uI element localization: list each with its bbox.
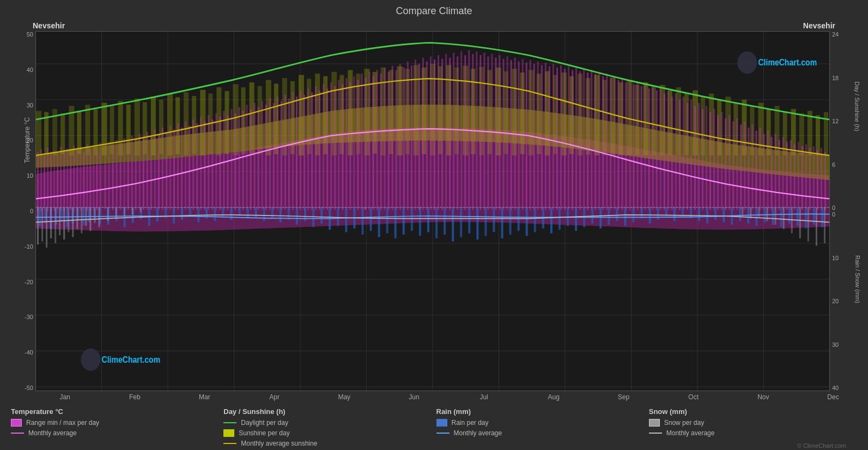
svg-rect-149 (143, 138, 144, 210)
svg-rect-312 (767, 131, 769, 210)
svg-rect-142 (116, 140, 118, 210)
svg-rect-294 (698, 103, 700, 209)
svg-rect-145 (128, 142, 129, 210)
svg-rect-409 (673, 207, 676, 221)
svg-rect-129 (70, 153, 71, 209)
tick-30: 30 (27, 102, 33, 109)
location-labels: Nevsehir Nevsehir (0, 21, 868, 31)
svg-rect-322 (805, 144, 807, 209)
svg-rect-457 (799, 207, 801, 238)
svg-rect-184 (277, 97, 278, 210)
svg-rect-296 (706, 106, 707, 210)
svg-rect-188 (292, 92, 294, 210)
svg-rect-403 (624, 207, 626, 226)
svg-rect-299 (717, 115, 719, 210)
svg-rect-214 (392, 65, 393, 209)
svg-rect-269 (602, 76, 604, 210)
legend-daylight: Daylight per day (223, 419, 432, 427)
svg-rect-152 (154, 129, 156, 209)
svg-rect-203 (349, 82, 351, 210)
svg-rect-171 (227, 115, 228, 210)
svg-rect-154 (162, 128, 163, 210)
svg-rect-284 (660, 88, 661, 209)
legend-sunshine-avg: Monthly average sunshine (223, 440, 432, 447)
svg-rect-305 (740, 124, 742, 210)
legend-snow-avg-line (649, 433, 662, 434)
svg-rect-193 (311, 92, 313, 210)
svg-rect-144 (124, 138, 125, 210)
svg-rect-377 (411, 207, 413, 231)
svg-rect-302 (729, 115, 730, 210)
legend-temp-avg-label: Monthly average (28, 429, 77, 437)
svg-rect-191 (304, 95, 305, 210)
legend-sunshine-avg-label: Monthly average sunshine (241, 440, 317, 447)
svg-rect-239 (487, 56, 489, 209)
svg-rect-176 (246, 105, 248, 210)
svg-rect-395 (559, 207, 561, 230)
svg-rect-140 (108, 142, 110, 210)
svg-rect-258 (560, 65, 562, 209)
svg-rect-120 (40, 149, 42, 211)
svg-rect-454 (775, 207, 776, 225)
svg-rect-161 (189, 125, 190, 209)
svg-rect-355 (230, 207, 232, 220)
month-dec: Dec (798, 393, 868, 401)
svg-rect-354 (222, 207, 224, 217)
svg-point-464 (737, 51, 757, 74)
month-feb: Feb (100, 393, 169, 401)
svg-rect-441 (94, 207, 95, 223)
svg-rect-130 (73, 146, 75, 211)
location-right: Nevsehir (803, 21, 835, 30)
svg-rect-295 (702, 109, 703, 210)
svg-rect-253 (541, 65, 543, 209)
svg-rect-138 (99, 143, 101, 211)
svg-rect-359 (263, 207, 265, 221)
svg-rect-435 (68, 207, 69, 232)
svg-rect-163 (196, 123, 198, 210)
svg-rect-282 (652, 86, 654, 210)
legend-snow-title: Snow (mm) (649, 407, 857, 416)
svg-rect-378 (419, 207, 421, 236)
svg-rect-423 (788, 207, 791, 223)
legend-rain-title: Rain (mm) (436, 407, 645, 416)
svg-rect-428 (37, 207, 39, 244)
svg-rect-392 (534, 207, 536, 232)
svg-rect-222 (422, 58, 424, 210)
svg-rect-328 (39, 207, 41, 226)
svg-rect-348 (173, 207, 175, 223)
svg-rect-326 (821, 148, 822, 209)
svg-rect-374 (386, 207, 389, 233)
svg-rect-301 (725, 118, 726, 210)
svg-rect-288 (675, 93, 677, 209)
svg-rect-371 (361, 207, 363, 235)
month-apr: Apr (240, 393, 309, 401)
svg-rect-119 (37, 152, 39, 211)
svg-rect-360 (271, 207, 274, 218)
svg-text:ClimeChart.com: ClimeChart.com (101, 355, 160, 364)
tick-40: 40 (27, 67, 33, 73)
svg-rect-225 (434, 59, 435, 210)
tick-50: 50 (27, 31, 33, 38)
svg-rect-198 (330, 82, 332, 210)
svg-rect-350 (189, 207, 191, 216)
svg-rect-426 (813, 207, 815, 225)
legend-temp-avg-line (11, 433, 24, 434)
svg-rect-332 (60, 207, 63, 221)
svg-point-462 (81, 349, 100, 371)
svg-rect-281 (648, 88, 650, 209)
legend-snow-avg: Monthly average (649, 429, 857, 437)
svg-rect-279 (641, 86, 642, 210)
svg-rect-134 (86, 144, 88, 211)
svg-rect-150 (147, 132, 148, 210)
svg-rect-436 (72, 207, 74, 237)
svg-rect-438 (81, 207, 82, 233)
svg-rect-373 (378, 207, 380, 237)
svg-rect-349 (181, 207, 183, 220)
svg-rect-453 (767, 207, 768, 221)
svg-rect-230 (453, 53, 454, 210)
svg-rect-168 (215, 113, 217, 210)
copyright: © ClimeChart.com (649, 441, 857, 449)
svg-rect-200 (338, 80, 339, 209)
svg-rect-243 (503, 59, 505, 210)
svg-rect-434 (63, 207, 65, 239)
